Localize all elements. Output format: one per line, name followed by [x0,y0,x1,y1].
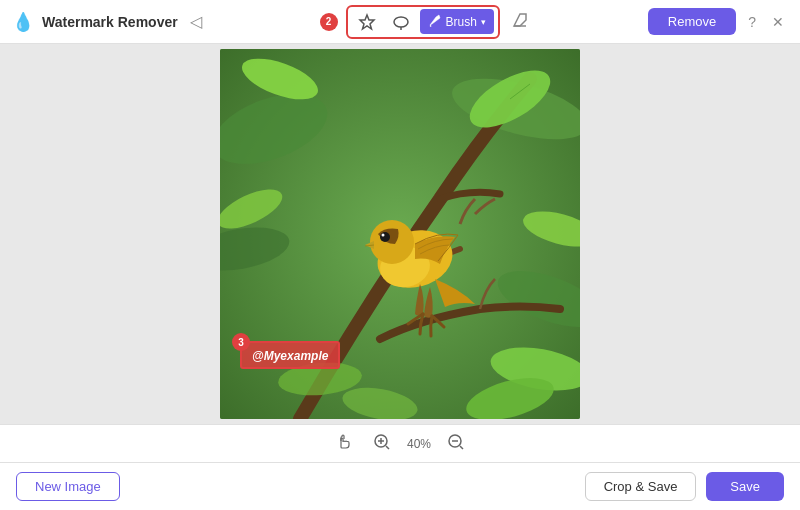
lasso-icon [392,13,410,31]
zoom-in-button[interactable] [369,431,395,456]
toolbar-badge: 2 [320,13,338,31]
svg-point-21 [382,234,385,237]
window-controls: ? ✕ [744,12,788,32]
close-button[interactable]: ✕ [768,12,788,32]
crop-save-button[interactable]: Crop & Save [585,472,697,501]
brush-icon [428,13,442,30]
title-bar-left: 💧 Watermark Remover ◁ [12,10,206,33]
svg-marker-0 [360,15,374,29]
tool-group: Brush ▾ [346,5,500,39]
help-button[interactable]: ? [744,12,760,32]
brush-dropdown-icon: ▾ [481,17,486,27]
canvas-wrapper: 3 @Myexample [220,49,580,419]
back-button[interactable]: ◁ [186,10,206,33]
watermark-badge: 3 [232,333,250,351]
app-logo-icon: 💧 [12,11,34,33]
hand-tool-button[interactable] [331,431,357,457]
eraser-icon [510,10,530,30]
zoom-percent-label: 40% [407,437,431,451]
main-area: 3 @Myexample [0,44,800,424]
bottom-bar: New Image Crop & Save Save [0,462,800,510]
watermark-text: @Myexample [252,349,328,363]
title-bar: 💧 Watermark Remover ◁ 2 [0,0,800,44]
remove-button[interactable]: Remove [648,8,736,35]
select-tool-button[interactable] [352,9,382,35]
zoom-out-button[interactable] [443,431,469,456]
star-icon [358,13,376,31]
svg-marker-3 [514,14,526,26]
svg-line-30 [460,446,463,449]
zoom-out-icon [447,433,465,451]
toolbar-center: 2 [320,5,534,39]
hand-icon [335,433,353,451]
zoom-bar: 40% [0,424,800,462]
brush-label: Brush [446,15,477,29]
svg-point-20 [380,232,390,242]
zoom-in-icon [373,433,391,451]
svg-point-1 [394,17,408,27]
new-image-button[interactable]: New Image [16,472,120,501]
title-bar-actions: Remove ? ✕ [648,8,788,35]
eraser-button[interactable] [506,6,534,38]
lasso-tool-button[interactable] [386,9,416,35]
svg-line-27 [386,446,389,449]
save-button[interactable]: Save [706,472,784,501]
watermark-selection-box[interactable]: 3 @Myexample [240,341,340,369]
brush-svg-icon [428,13,442,27]
brush-tool-button[interactable]: Brush ▾ [420,9,494,34]
app-title: Watermark Remover [42,14,178,30]
bottom-right-buttons: Crop & Save Save [585,472,784,501]
